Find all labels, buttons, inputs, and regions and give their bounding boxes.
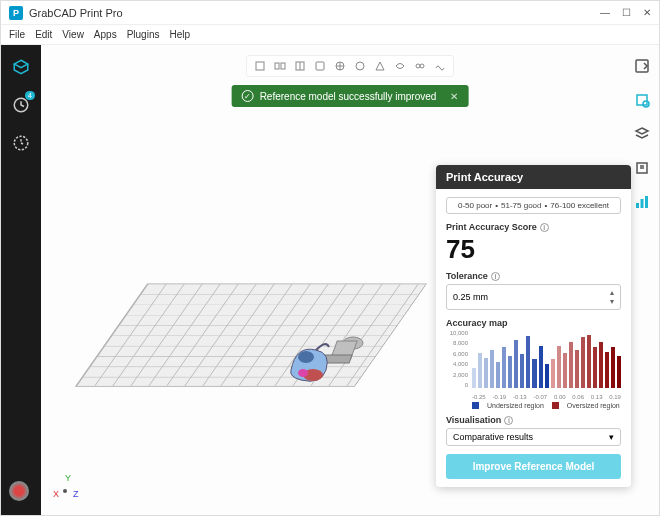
svg-rect-21 — [636, 203, 639, 208]
menu-edit[interactable]: Edit — [35, 29, 52, 40]
history-icon[interactable]: 4 — [9, 93, 33, 117]
accuracy-map-label: Accuracy map — [446, 318, 621, 328]
swatch-over-icon — [552, 402, 559, 409]
bar-over — [551, 359, 555, 388]
bar-over — [557, 346, 561, 388]
axis-origin-icon — [63, 489, 67, 493]
top-toolbar — [246, 55, 454, 77]
chart-legend: Undersized region Oversized region — [472, 402, 621, 409]
check-icon: ✓ — [242, 90, 254, 102]
svg-rect-4 — [275, 63, 279, 69]
menu-help[interactable]: Help — [169, 29, 190, 40]
titlebar: P GrabCAD Print Pro — ☐ ✕ — [1, 1, 659, 25]
svg-rect-8 — [316, 62, 324, 70]
menu-apps[interactable]: Apps — [94, 29, 117, 40]
minimize-button[interactable]: — — [600, 7, 610, 18]
svg-point-15 — [420, 64, 424, 68]
stepper-arrows-icon[interactable]: ▴▾ — [610, 288, 614, 306]
svg-marker-0 — [14, 60, 28, 68]
score-value: 75 — [446, 234, 621, 265]
analytics-icon[interactable] — [631, 191, 653, 213]
window-controls: — ☐ ✕ — [600, 7, 651, 18]
project-icon[interactable] — [9, 55, 33, 79]
maximize-button[interactable]: ☐ — [622, 7, 631, 18]
toast-success: ✓ Reference model successfully improved … — [232, 85, 469, 107]
close-button[interactable]: ✕ — [643, 7, 651, 18]
cost-icon[interactable] — [631, 157, 653, 179]
swatch-under-icon — [472, 402, 479, 409]
layers-icon[interactable] — [631, 123, 653, 145]
svg-point-27 — [298, 351, 314, 363]
tool-9-icon[interactable] — [413, 59, 427, 73]
chart-xaxis: -0.25-0.19-0.13-0.070.000.060.130.19 — [472, 394, 621, 400]
tool-4-icon[interactable] — [313, 59, 327, 73]
info-icon[interactable]: i — [540, 223, 549, 232]
bar-under — [514, 340, 518, 388]
svg-rect-23 — [645, 196, 648, 208]
tool-3-icon[interactable] — [293, 59, 307, 73]
bar-over — [563, 353, 567, 388]
svg-rect-5 — [281, 63, 285, 69]
bar-under — [520, 354, 524, 388]
menu-file[interactable]: File — [9, 29, 25, 40]
part-settings-icon[interactable] — [631, 89, 653, 111]
visualisation-label: Visualisation i — [446, 415, 621, 425]
bar-under — [478, 353, 482, 388]
menu-plugins[interactable]: Plugins — [127, 29, 160, 40]
model-on-plate[interactable] — [271, 325, 381, 399]
axis-y-icon: Y — [65, 473, 71, 483]
bar-over — [569, 342, 573, 388]
toast-message: Reference model successfully improved — [260, 91, 437, 102]
tool-2-icon[interactable] — [273, 59, 287, 73]
improve-reference-model-button[interactable]: Improve Reference Model — [446, 454, 621, 479]
svg-rect-22 — [641, 199, 644, 208]
bar-under — [532, 359, 536, 388]
score-label: Print Accuracy Score i — [446, 222, 621, 232]
bar-over — [617, 356, 621, 388]
score-legend: 0-50 poor • 51-75 good • 76-100 excellen… — [446, 197, 621, 214]
svg-point-14 — [416, 64, 420, 68]
info-icon[interactable]: i — [504, 416, 513, 425]
bar-over — [575, 350, 579, 388]
svg-rect-3 — [256, 62, 264, 70]
tool-10-icon[interactable] — [433, 59, 447, 73]
tool-6-icon[interactable] — [353, 59, 367, 73]
chart-yaxis: 10,0008,0006,0004,0002,0000 — [446, 330, 470, 388]
bar-under — [539, 346, 543, 388]
tolerance-value: 0.25 mm — [453, 292, 488, 302]
tool-5-icon[interactable] — [333, 59, 347, 73]
bar-under — [508, 356, 512, 388]
bar-over — [599, 342, 603, 388]
body: 4 ✓ Reference model succes — [1, 45, 659, 515]
print-accuracy-panel: Print Accuracy 0-50 poor • 51-75 good • … — [436, 165, 631, 487]
menubar: File Edit View Apps Plugins Help — [1, 25, 659, 45]
user-avatar[interactable] — [9, 481, 33, 505]
export-icon[interactable] — [631, 55, 653, 77]
app-window: P GrabCAD Print Pro — ☐ ✕ File Edit View… — [0, 0, 660, 516]
accuracy-map-chart: 10,0008,0006,0004,0002,0000 -0.25-0.19-0… — [446, 330, 621, 400]
left-rail: 4 — [1, 45, 41, 515]
info-icon[interactable]: i — [491, 272, 500, 281]
chevron-down-icon: ▾ — [609, 432, 614, 442]
bar-over — [593, 347, 597, 388]
bar-over — [611, 347, 615, 388]
svg-rect-17 — [637, 95, 647, 105]
bar-under — [472, 368, 476, 388]
tolerance-stepper[interactable]: 0.25 mm ▴▾ — [446, 284, 621, 310]
viewport[interactable]: ✓ Reference model successfully improved … — [41, 45, 659, 515]
panel-title: Print Accuracy — [436, 165, 631, 189]
toast-close-icon[interactable]: ✕ — [450, 91, 458, 102]
tool-8-icon[interactable] — [393, 59, 407, 73]
chart-bars — [472, 330, 621, 388]
schedule-icon[interactable] — [9, 131, 33, 155]
bar-under — [545, 364, 549, 388]
app-logo-icon: P — [9, 6, 23, 20]
visualisation-select[interactable]: Comparative results ▾ — [446, 428, 621, 446]
menu-view[interactable]: View — [62, 29, 84, 40]
tool-1-icon[interactable] — [253, 59, 267, 73]
svg-marker-13 — [376, 62, 384, 70]
svg-point-12 — [356, 62, 364, 70]
bar-under — [490, 350, 494, 388]
tool-7-icon[interactable] — [373, 59, 387, 73]
axis-x-icon: X — [53, 489, 59, 499]
